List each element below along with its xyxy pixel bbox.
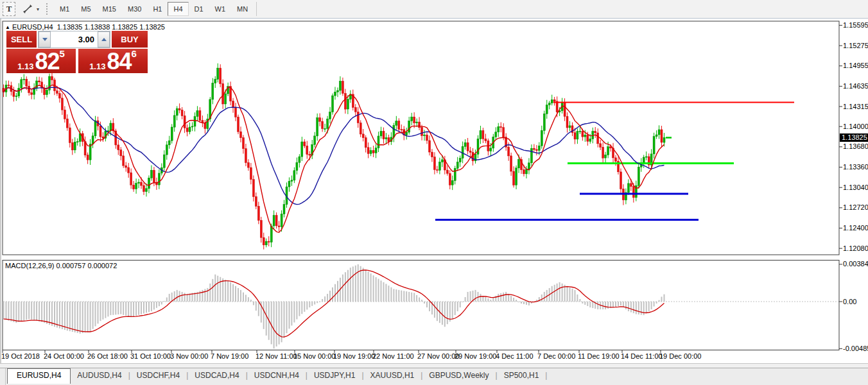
buy-price-display[interactable]: 1.13 84 6 bbox=[78, 49, 148, 73]
macd-axis-label: 0.00 bbox=[843, 298, 856, 306]
chart-tab-sp500-h1[interactable]: SP500,H1 bbox=[498, 368, 546, 382]
volume-increase-button[interactable] bbox=[98, 31, 110, 47]
time-axis-label: 26 Oct 18:00 bbox=[87, 352, 128, 361]
mt4-terminal: T ▾ M1M5M15M30H1H4D1W1MN ▲ EURUSD,H4 1.1… bbox=[0, 0, 868, 385]
timeframe-button-mn[interactable]: MN bbox=[231, 2, 254, 16]
current-price-tag: 1.13825 bbox=[840, 133, 868, 142]
price-axis-label: 1.12720 bbox=[843, 203, 868, 212]
time-axis-label: 22 Nov 11:00 bbox=[372, 352, 414, 361]
buy-price-sup: 6 bbox=[132, 50, 137, 58]
time-axis-label: 24 Oct 00:00 bbox=[44, 352, 84, 361]
time-axis-label: 19 Nov 19:00 bbox=[333, 352, 375, 361]
chart-tab-gbpusd-weekly[interactable]: GBPUSD,Weekly bbox=[422, 368, 495, 382]
timeframe-button-m5[interactable]: M5 bbox=[75, 2, 96, 16]
price-axis-label: 1.14955 bbox=[843, 62, 868, 70]
ma-fast-line[interactable] bbox=[4, 85, 664, 233]
time-axis-label: 7 Dec 00:00 bbox=[537, 352, 575, 361]
macd-histogram bbox=[3, 264, 665, 348]
macd-axis-label: 0.003847 bbox=[843, 260, 868, 268]
tab-separator: | bbox=[545, 368, 547, 380]
chart-tab-usdchf-h4[interactable]: USDCHF,H4 bbox=[130, 368, 186, 382]
price-axis-label: 1.14315 bbox=[843, 103, 868, 111]
sell-price-prefix: 1.13 bbox=[17, 62, 33, 71]
buy-button[interactable]: BUY bbox=[112, 31, 148, 48]
chart-header: ▲ EURUSD,H4 1.13835 1.13838 1.13825 1.13… bbox=[5, 23, 165, 31]
toolbar-separator bbox=[256, 2, 257, 16]
chart-tab-xauusd-h1[interactable]: XAUUSD,H1 bbox=[364, 368, 421, 382]
time-axis-label: 4 Dec 11:00 bbox=[496, 352, 534, 361]
chart-tab-bar: EURUSD,H4AUDUSD,H4|USDCHF,H4|USDCAD,H4|U… bbox=[0, 368, 868, 385]
chart-expand-icon[interactable]: ▲ bbox=[5, 24, 10, 30]
price-axis-label: 1.13360 bbox=[843, 163, 868, 171]
text-tool-button[interactable]: T bbox=[3, 2, 15, 16]
chart-tab-eurusd-h4[interactable]: EURUSD,H4 bbox=[7, 368, 71, 384]
chart-tab-audusd-h4[interactable]: AUDUSD,H4 bbox=[71, 368, 128, 382]
time-axis-label: 29 Nov 19:00 bbox=[455, 352, 496, 361]
tab-bar-grip bbox=[0, 368, 6, 385]
cursor-dropdown-icon[interactable]: ▾ bbox=[35, 3, 41, 15]
time-axis-label: 15 Nov 00:00 bbox=[293, 352, 335, 361]
volume-input[interactable] bbox=[51, 31, 98, 47]
buy-price-big: 84 bbox=[107, 52, 131, 71]
price-axis-label: 1.12080 bbox=[843, 244, 868, 253]
time-axis-label: 31 Oct 10:00 bbox=[130, 352, 171, 361]
price-axis-label: 1.15275 bbox=[843, 42, 868, 50]
candlesticks[interactable] bbox=[3, 64, 665, 250]
one-click-trading-panel: SELL BUY 1.13 82 5 1.13 84 6 bbox=[6, 31, 148, 73]
timeframe-button-m1[interactable]: M1 bbox=[54, 2, 75, 16]
chart-tab-usdcnh-h4[interactable]: USDCNH,H4 bbox=[248, 368, 306, 382]
timeframe-button-d1[interactable]: D1 bbox=[189, 2, 209, 16]
buy-price-prefix: 1.13 bbox=[89, 62, 105, 71]
time-axis-label: 19 Oct 2018 bbox=[1, 352, 40, 361]
price-axis-label: 1.12400 bbox=[843, 224, 868, 232]
time-axis-label: 3 Nov 00:00 bbox=[170, 352, 208, 361]
time-axis-label: 14 Dec 11:00 bbox=[621, 352, 663, 361]
timeframe-button-m15[interactable]: M15 bbox=[97, 2, 122, 16]
price-axis-label: 1.14635 bbox=[843, 82, 868, 90]
chart-ohlc-values: 1.13835 1.13838 1.13825 1.13825 bbox=[57, 23, 165, 31]
sell-button[interactable]: SELL bbox=[6, 31, 37, 48]
time-axis-label: 11 Dec 19:00 bbox=[578, 352, 620, 361]
arrow-down-icon bbox=[42, 38, 48, 41]
time-axis-label: 12 Nov 11:00 bbox=[256, 352, 297, 361]
chart-tab-usdcad-h4[interactable]: USDCAD,H4 bbox=[188, 368, 245, 382]
price-axis-label: 1.13680 bbox=[843, 142, 868, 151]
time-axis-label: 19 Dec 00:00 bbox=[659, 352, 701, 361]
timeframe-button-w1[interactable]: W1 bbox=[209, 2, 232, 16]
timeframe-button-h1[interactable]: H1 bbox=[147, 2, 168, 16]
timeframe-button-h4[interactable]: H4 bbox=[168, 2, 188, 16]
volume-decrease-button[interactable] bbox=[39, 31, 51, 47]
price-axis-label: 1.13040 bbox=[843, 184, 868, 192]
macd-axis-label: -0.004856 bbox=[843, 345, 868, 353]
toolbar: T ▾ M1M5M15M30H1H4D1W1MN bbox=[0, 0, 868, 19]
time-axis-label: 7 Nov 19:00 bbox=[211, 352, 248, 361]
timeframe-buttons: M1M5M15M30H1H4D1W1MN bbox=[54, 2, 254, 16]
time-axis-label: 27 Nov 00:00 bbox=[417, 352, 459, 361]
volume-stepper bbox=[38, 31, 110, 48]
chart-tab-usdjpy-h1[interactable]: USDJPY,H1 bbox=[308, 368, 361, 382]
sell-price-big: 82 bbox=[35, 52, 59, 71]
chart-symbol-period: EURUSD,H4 bbox=[12, 23, 53, 31]
price-axis-label: 1.15595 bbox=[843, 21, 868, 30]
double-arrow-icon bbox=[22, 4, 33, 14]
sell-price-sup: 5 bbox=[60, 50, 65, 58]
price-axis-label: 1.14000 bbox=[843, 123, 868, 131]
timeframe-button-m30[interactable]: M30 bbox=[122, 2, 147, 16]
sell-price-display[interactable]: 1.13 82 5 bbox=[6, 49, 76, 73]
macd-indicator-label: MACD(12,26,9) 0.000757 0.000072 bbox=[5, 262, 117, 270]
toolbar-grip[interactable] bbox=[46, 3, 50, 15]
arrow-up-icon bbox=[101, 38, 107, 41]
cursor-tool-button[interactable] bbox=[21, 3, 35, 15]
